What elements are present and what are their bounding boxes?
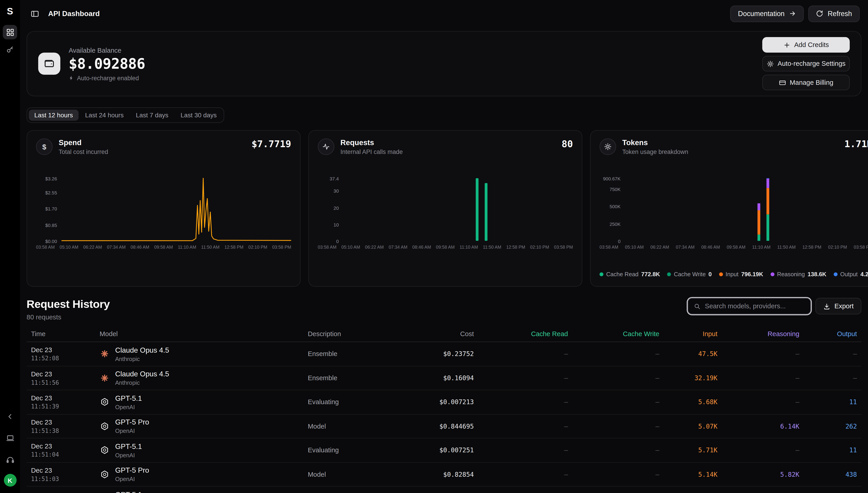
- row-time: 11:51:56: [31, 379, 100, 386]
- x-axis-tick: 12:58 PM: [506, 244, 525, 250]
- model-cell: GPT-5.1OpenAI: [100, 394, 308, 410]
- documentation-button[interactable]: Documentation: [730, 5, 804, 22]
- spend-y-axis: $3.26$2.55$1.70$0.85$0.00: [36, 174, 62, 241]
- y-axis-tick: 750K: [610, 187, 621, 192]
- model-cell: GPT-5.1OpenAI: [100, 442, 308, 458]
- requests-subtitle: Internal API calls made: [341, 148, 403, 155]
- request-history-table: TimeModelDescriptionCostCache ReadCache …: [27, 325, 862, 493]
- row-output: 11: [799, 446, 857, 454]
- y-axis-tick: $3.26: [45, 176, 57, 181]
- table-row[interactable]: Dec 2311:51:39GPT-5.1OpenAIEvaluating$0.…: [27, 390, 862, 414]
- row-cache-read: —: [474, 446, 568, 454]
- model-provider: Anthropic: [115, 355, 169, 362]
- row-output: —: [799, 350, 857, 358]
- time-range-last-7-days[interactable]: Last 7 days: [130, 110, 174, 121]
- row-output: —: [799, 374, 857, 382]
- credit-card-icon: [779, 79, 786, 86]
- row-description: Evaluating: [308, 398, 419, 406]
- openai-icon: [100, 445, 110, 455]
- requests-card-header: Requests Internal API calls made 80: [318, 138, 573, 155]
- devices-button[interactable]: [3, 431, 17, 445]
- model-name: Claude Opus 4.5: [115, 370, 169, 379]
- user-avatar[interactable]: K: [4, 474, 16, 487]
- arrow-right-icon: [789, 10, 796, 17]
- row-cache-read: —: [474, 398, 568, 406]
- search-input[interactable]: [705, 302, 805, 310]
- table-row[interactable]: Dec 2311:51:38GPT-5 ProOpenAIModel$0.844…: [27, 414, 862, 438]
- time-range-tabs: Last 12 hoursLast 24 hoursLast 7 daysLas…: [27, 107, 224, 123]
- row-reasoning: —: [717, 374, 799, 382]
- add-credits-button[interactable]: Add Credits: [762, 37, 850, 53]
- refresh-button-label: Refresh: [828, 10, 852, 17]
- row-output: 262: [799, 422, 857, 430]
- wallet-icon: [38, 53, 60, 75]
- time-range-last-30-days[interactable]: Last 30 days: [175, 110, 222, 121]
- table-row[interactable]: Dec 2311:52:08Claude Opus 4.5AnthropicEn…: [27, 342, 862, 366]
- spend-card-header: $ Spend Total cost incurred $7.7719: [36, 138, 291, 155]
- main-area: API Dashboard Documentation Refresh: [20, 0, 868, 493]
- row-date: Dec 23: [31, 442, 100, 450]
- row-reasoning: —: [717, 350, 799, 358]
- row-cache-read: —: [474, 350, 568, 358]
- model-cell: GPT-5 ProOpenAI: [100, 418, 308, 434]
- collapse-sidebar-button[interactable]: [3, 409, 17, 424]
- y-axis-tick: $0.00: [45, 239, 57, 244]
- export-button[interactable]: Export: [816, 298, 862, 315]
- legend-item: Cache Write0: [667, 271, 712, 277]
- sidebar-item-api-keys[interactable]: [3, 42, 17, 57]
- spend-x-axis: 03:58 AM05:10 AM06:22 AM07:34 AM08:46 AM…: [36, 244, 291, 250]
- y-axis-tick: 0: [618, 239, 621, 244]
- time-range-last-12-hours[interactable]: Last 12 hours: [29, 110, 79, 121]
- time-cell: Dec 2311:51:03: [31, 467, 100, 482]
- sidebar-item-dashboard[interactable]: [3, 25, 17, 39]
- table-row[interactable]: Dec 23GPT-5.1OpenAIEvaluating$0.013681——…: [27, 487, 862, 493]
- support-button[interactable]: [3, 452, 17, 467]
- row-reasoning: —: [717, 446, 799, 454]
- y-axis-tick: 20: [334, 205, 339, 211]
- x-axis-tick: 05:10 AM: [341, 244, 360, 250]
- x-axis-tick: 11:10 AM: [752, 244, 771, 250]
- balance-info: Available Balance $8.092886 Auto-recharg…: [69, 46, 145, 81]
- row-cache-write: —: [568, 446, 659, 454]
- dollar-circle-icon: $: [36, 138, 52, 155]
- requests-card: Requests Internal API calls made 80 37.4…: [308, 130, 582, 287]
- manage-billing-button[interactable]: Manage Billing: [762, 75, 850, 90]
- time-range-last-24-hours[interactable]: Last 24 hours: [80, 110, 129, 121]
- x-axis-tick: 11:10 AM: [178, 244, 196, 250]
- row-description: Evaluating: [308, 446, 419, 454]
- table-row[interactable]: Dec 2311:51:56Claude Opus 4.5AnthropicEn…: [27, 366, 862, 390]
- openai-icon: [100, 421, 110, 431]
- metric-cards: $ Spend Total cost incurred $7.7719 $3.2…: [27, 130, 862, 287]
- requests-total: 80: [562, 138, 573, 149]
- row-date: Dec 23: [31, 394, 100, 402]
- autorecharge-settings-button[interactable]: Auto-recharge Settings: [762, 56, 850, 71]
- app-logo[interactable]: S: [7, 4, 13, 19]
- panel-left-icon: [30, 9, 39, 18]
- x-axis-tick: 07:34 AM: [676, 244, 695, 250]
- x-axis-tick: 05:10 AM: [60, 244, 79, 250]
- time-cell: Dec 2311:52:08: [31, 346, 100, 362]
- x-axis-tick: 08:46 AM: [701, 244, 720, 250]
- spend-subtitle: Total cost incurred: [59, 148, 108, 155]
- row-cache-read: —: [474, 422, 568, 430]
- panel-toggle-button[interactable]: [28, 7, 42, 20]
- column-header-cache-read: Cache Read: [474, 329, 568, 337]
- x-axis-tick: 12:58 PM: [224, 244, 243, 250]
- model-provider: OpenAI: [115, 452, 142, 458]
- model-name: GPT-5.1: [115, 394, 142, 402]
- request-count: 80 requests: [27, 313, 110, 321]
- column-header-description: Description: [308, 329, 419, 337]
- refresh-button[interactable]: Refresh: [808, 5, 860, 22]
- table-row[interactable]: Dec 2311:51:04GPT-5.1OpenAIEvaluating$0.…: [27, 438, 862, 463]
- row-reasoning: —: [717, 398, 799, 406]
- export-button-label: Export: [834, 302, 853, 310]
- tokens-title: Tokens: [622, 138, 688, 147]
- tokens-chart: 900.67K750K500K250K0: [600, 174, 868, 241]
- table-row[interactable]: Dec 2311:51:03GPT-5 ProOpenAIModel$0.828…: [27, 463, 862, 487]
- table-header-row: TimeModelDescriptionCostCache ReadCache …: [27, 325, 862, 342]
- row-description: Model: [308, 422, 419, 430]
- y-axis-tick: $0.85: [45, 222, 57, 228]
- model-name: GPT-5.1: [115, 442, 142, 450]
- request-history-actions: Export: [688, 298, 861, 315]
- sidebar-bottom: K: [3, 409, 17, 487]
